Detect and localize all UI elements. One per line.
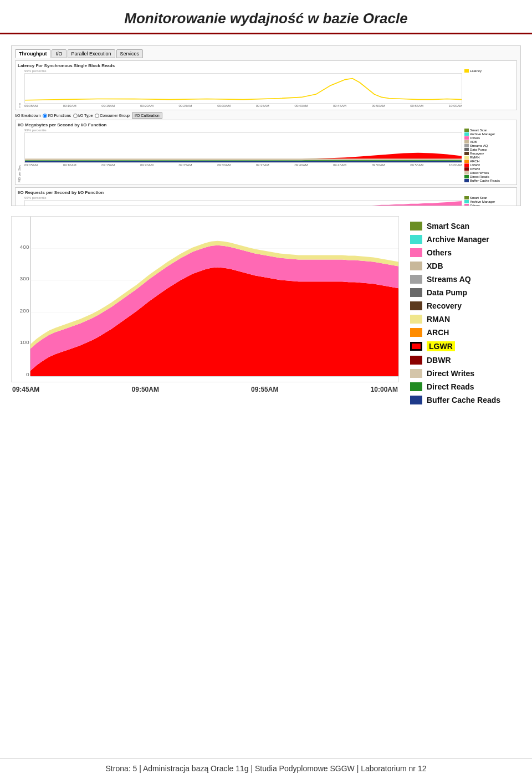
direct-reads-label: Direct Reads: [427, 382, 474, 391]
others-color: [410, 248, 422, 257]
iops-percentile: 99% percentile: [24, 196, 462, 199]
latency-time-axis: 09:05AM09:10AM09:15AM09:20AM09:25AM09:30…: [24, 104, 462, 107]
large-chart-plot: 0 100 200 300 400 99% percentile: [11, 216, 399, 382]
buffer-cache-reads-label: Buffer Cache Reads: [427, 396, 500, 404]
direct-reads-color: [410, 382, 422, 391]
legend-xdb: XDB: [410, 262, 521, 270]
footer: Strona: 5 | Administracja bazą Oracle 11…: [0, 758, 532, 773]
legend-rman: RMAN: [410, 315, 521, 324]
mb-percentile: 99% percentile: [24, 129, 462, 132]
page-title: Monitorowanie wydajność w bazie Oracle: [0, 0, 532, 34]
svg-marker-3: [280, 153, 462, 159]
xdb-color: [410, 262, 422, 270]
latency-percentile: 99% percentile: [24, 69, 462, 73]
archive-manager-color: [410, 235, 422, 244]
legend-arch: ARCH: [410, 328, 521, 337]
legend-recovery: Recovery: [410, 301, 521, 310]
latency-legend: Latency: [464, 69, 514, 107]
dbwr-label: DBWR: [427, 356, 451, 365]
legend-dbwr: DBWR: [410, 356, 521, 365]
buffer-cache-reads-color: [410, 396, 422, 404]
svg-text:300: 300: [20, 276, 29, 281]
mb-plot: [24, 132, 462, 163]
direct-writes-color: [410, 369, 422, 378]
data-pump-label: Data Pump: [427, 288, 467, 297]
mb-time-axis: 09:05AM09:10AM09:15AM09:20AM09:25AM09:30…: [24, 163, 462, 167]
tab-services[interactable]: Services: [116, 49, 144, 58]
iops-chart-panel: I/O Requests per Second by I/O Function …: [15, 187, 517, 206]
smart-scan-label: Smart Scan: [427, 222, 469, 230]
archive-manager-label: Archive Manager: [427, 235, 489, 244]
time-axis-large: 09:45AM 09:50AM 09:55AM 10:00AM: [11, 386, 399, 393]
rman-label: RMAN: [427, 315, 450, 324]
lgwr-color: [410, 342, 422, 351]
iops-plot: [24, 200, 462, 206]
tab-throughput[interactable]: Throughput: [15, 49, 50, 58]
latency-chart-title: Latency For Synchronous Single Block Rea…: [18, 63, 514, 68]
latency-chart-panel: Latency For Synchronous Single Block Rea…: [15, 60, 517, 110]
dashboard-screenshot: Throughput I/O Parallel Execution Servic…: [11, 45, 521, 206]
legend-archive-manager: Archive Manager: [410, 235, 521, 244]
recovery-color: [410, 301, 422, 310]
svg-text:0: 0: [26, 372, 29, 377]
latency-plot: [24, 73, 462, 104]
xdb-label: XDB: [427, 262, 443, 270]
latency-y-label: ms: [18, 69, 21, 107]
legend-direct-writes: Direct Writes: [410, 369, 521, 378]
streams-aq-label: Streams AQ: [427, 275, 471, 284]
legend-others: Others: [410, 248, 521, 257]
svg-text:100: 100: [20, 340, 29, 345]
io-calibration-button[interactable]: I/O Calibration: [132, 112, 162, 119]
legend-buffer-cache-reads: Buffer Cache Reads: [410, 396, 521, 404]
svg-text:400: 400: [20, 244, 29, 249]
recovery-label: Recovery: [427, 301, 462, 310]
streams-aq-color: [410, 275, 422, 284]
mb-chart-panel: I/O Megabytes per Second by I/O Function…: [15, 120, 517, 185]
iops-chart-title: I/O Requests per Second by I/O Function: [18, 190, 514, 195]
svg-text:200: 200: [20, 308, 29, 313]
large-chart-section: 0 100 200 300 400 99% percentile: [11, 216, 521, 404]
mb-chart-title: I/O Megabytes per Second by I/O Function: [18, 122, 514, 127]
io-breakdown-controls: I/O Breakdown I/O Functions I/O Type Con…: [15, 112, 517, 119]
rman-color: [410, 315, 422, 324]
mb-legend: Smart Scan Archive Manager Others XDB St…: [464, 129, 514, 182]
arch-color: [410, 328, 422, 337]
footer-text: Strona: 5 | Administracja bazą Oracle 11…: [106, 764, 427, 773]
smart-scan-color: [410, 222, 422, 230]
iops-legend: Smart Scan Archive Manager Others XDB St…: [464, 196, 514, 206]
direct-writes-label: Direct Writes: [427, 369, 474, 378]
lgwr-label: LGWR: [427, 341, 455, 351]
large-legend: Smart Scan Archive Manager Others XDB St…: [410, 216, 521, 404]
io-functions-radio[interactable]: [43, 114, 47, 118]
legend-direct-reads: Direct Reads: [410, 382, 521, 391]
dbwr-color: [410, 356, 422, 365]
arch-label: ARCH: [427, 328, 449, 337]
mb-y-label: MB per Sec: [18, 129, 21, 182]
svg-marker-6: [265, 201, 462, 206]
io-type-radio[interactable]: [73, 114, 78, 118]
iops-y-label: I/O per Sec: [18, 196, 21, 206]
tab-bar: Throughput I/O Parallel Execution Servic…: [15, 49, 517, 58]
tab-parallel[interactable]: Parallel Execution: [68, 49, 115, 58]
others-label: Others: [427, 248, 452, 257]
data-pump-color: [410, 288, 422, 297]
legend-smart-scan: Smart Scan: [410, 222, 521, 230]
legend-lgwr: LGWR: [410, 341, 521, 351]
legend-data-pump: Data Pump: [410, 288, 521, 297]
large-chart-svg: 0 100 200 300 400 99% percentile: [12, 217, 398, 382]
consumer-group-radio[interactable]: [95, 114, 99, 118]
tab-io[interactable]: I/O: [52, 49, 66, 58]
legend-streams-aq: Streams AQ: [410, 275, 521, 284]
